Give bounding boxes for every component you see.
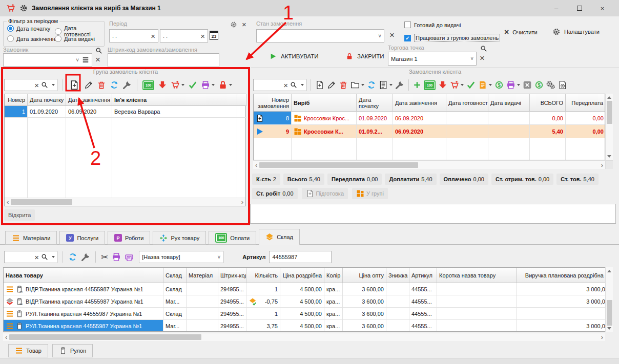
- payment-button[interactable]: [494, 80, 504, 90]
- column-header-material[interactable]: Матеріал: [187, 268, 218, 283]
- vscrollbar-thumb[interactable]: [607, 300, 612, 326]
- cell-article[interactable]: 44555...: [409, 295, 437, 308]
- tab-payments[interactable]: 100Оплати: [209, 231, 256, 245]
- column-header-article[interactable]: Артикул: [409, 268, 437, 283]
- cell-short-name[interactable]: [437, 308, 517, 320]
- cell-prepay[interactable]: 0,00: [566, 112, 605, 125]
- cell-retail-price[interactable]: 4 500,00: [280, 295, 324, 308]
- refresh-group-orders-button[interactable]: [110, 80, 119, 90]
- column-header-product-name[interactable]: Назва товару: [4, 268, 163, 283]
- folder-button[interactable]: [350, 80, 364, 90]
- vscrollbar-thumb[interactable]: [607, 101, 612, 124]
- column-header-date-issue[interactable]: Дата видачі: [488, 94, 530, 112]
- cell-wholesale-price[interactable]: 3 600,00: [343, 308, 386, 320]
- customer-combo[interactable]: ˅: [3, 53, 92, 67]
- cell-quantity[interactable]: 1: [246, 308, 280, 320]
- order-state-clear-icon[interactable]: ×: [389, 31, 395, 39]
- shop-search-icon[interactable]: [480, 45, 487, 52]
- add-item-button[interactable]: [413, 81, 421, 89]
- orders-tools-button[interactable]: [395, 80, 404, 90]
- maximize-button[interactable]: [568, 5, 591, 12]
- close-order-button[interactable]: ЗАКРИТИ: [346, 53, 384, 60]
- group-orders-checkbox[interactable]: ✓Працювати з групою замовлень: [404, 34, 500, 42]
- column-header-order-number[interactable]: Номер замовлення: [254, 94, 292, 112]
- calendar-icon[interactable]: 23: [210, 31, 218, 40]
- cell-date-issue[interactable]: [488, 112, 530, 125]
- cancel-box-button[interactable]: [523, 80, 532, 90]
- scroll-left-icon[interactable]: ‹: [5, 199, 11, 205]
- refund-button[interactable]: [534, 80, 544, 90]
- cell-product-name[interactable]: РУЛ.Тканина красная 44555987 Украина №1: [4, 320, 163, 332]
- stock-row[interactable]: ВІДР.Тканина красная 44555987 Украина №1…: [4, 283, 605, 295]
- cell-number[interactable]: 1: [5, 106, 28, 118]
- subtab-goods[interactable]: Товар: [8, 344, 48, 357]
- cell-material[interactable]: [187, 283, 218, 295]
- hscrollbar-thumb[interactable]: [11, 199, 72, 205]
- order-state-combo[interactable]: ˅: [256, 29, 384, 42]
- customer-list-icon[interactable]: [82, 56, 89, 63]
- column-header-stock[interactable]: Склад: [163, 268, 187, 283]
- column-header-color[interactable]: Колір: [324, 268, 343, 283]
- cell-revenue[interactable]: 3 000,00: [517, 283, 605, 295]
- stock-hscrollbar[interactable]: ‹ ›: [3, 333, 605, 341]
- customer-search-icon[interactable]: [95, 47, 102, 54]
- scroll-right-icon[interactable]: ›: [599, 162, 605, 168]
- tab-goods-movement[interactable]: Рух товару: [153, 231, 206, 245]
- minimize-button[interactable]: –: [545, 5, 568, 12]
- lock-group-orders-button[interactable]: [218, 80, 232, 90]
- radio-date-end[interactable]: Дата закінчення: [7, 35, 58, 42]
- tab-stock[interactable]: Склад: [259, 229, 300, 245]
- print-group-orders-button[interactable]: [201, 80, 215, 90]
- scroll-down-icon[interactable]: [607, 327, 611, 330]
- document-list-button[interactable]: [379, 80, 393, 90]
- cell-material[interactable]: [187, 308, 218, 320]
- column-header-quantity[interactable]: Кількість: [246, 268, 280, 283]
- cell-color[interactable]: кра...: [324, 283, 343, 295]
- cell-wholesale-price[interactable]: 3 600,00: [343, 295, 386, 308]
- cell-quantity[interactable]: 3,75: [246, 320, 280, 332]
- cell-retail-price[interactable]: 4 500,00: [280, 308, 324, 320]
- cell-date-end[interactable]: 06.09.2020: [393, 112, 446, 125]
- column-header-date-start[interactable]: Дата початку: [357, 94, 393, 112]
- scroll-right-icon[interactable]: ›: [599, 334, 605, 340]
- group-orders-tools-button[interactable]: [122, 80, 132, 90]
- add-group-order-button[interactable]: [68, 80, 80, 90]
- order-settings-button[interactable]: [546, 80, 555, 90]
- tab-materials[interactable]: Матеріали: [5, 231, 57, 245]
- customer-clear-icon[interactable]: ×: [95, 55, 100, 64]
- client-orders-search-input[interactable]: ×: [253, 79, 306, 91]
- cell-stock[interactable]: Маг...: [163, 295, 187, 308]
- cell-date-issue[interactable]: [488, 125, 530, 138]
- cell-order-number[interactable]: 8: [254, 112, 292, 125]
- stock-row[interactable]: ВІДР.Тканина красная 44555987 Украина №1…: [4, 295, 605, 308]
- unload-button[interactable]: [438, 80, 447, 90]
- search-clear-icon[interactable]: ×: [34, 81, 39, 89]
- column-header-date-end[interactable]: Дата закінчення: [66, 94, 112, 106]
- cell-article[interactable]: 44555...: [409, 283, 437, 295]
- search-clear-icon[interactable]: ×: [283, 81, 288, 89]
- scroll-up-icon[interactable]: [607, 270, 611, 272]
- column-header-barcode[interactable]: Штрих-код: [218, 268, 246, 283]
- hscrollbar-thumb[interactable]: [9, 334, 201, 340]
- column-header-retail-price[interactable]: Ціна роздрібна: [280, 268, 324, 283]
- cell-product-name[interactable]: РУЛ.Тканина красная 44555987 Украина №1: [4, 308, 163, 320]
- cell-short-name[interactable]: [437, 295, 517, 308]
- barcode-button[interactable]: 100: [424, 80, 436, 90]
- cell-discount[interactable]: [386, 283, 409, 295]
- cell-wholesale-price[interactable]: 3 600,00: [343, 283, 386, 295]
- order-row-current[interactable]: 9 Кроссовки К... 01.09.2... 06.09.2020 5…: [254, 125, 605, 138]
- cell-stock[interactable]: Склад: [163, 308, 187, 320]
- cell-date-start[interactable]: 01.09.2020: [357, 112, 393, 125]
- column-header-date-ready[interactable]: Дата готовності: [446, 94, 488, 112]
- subtab-roll[interactable]: Рулон: [52, 344, 93, 357]
- group-orders-hscrollbar[interactable]: ‹ ›: [5, 198, 245, 206]
- edit-order-button[interactable]: [327, 80, 336, 90]
- column-header-product[interactable]: Виріб: [292, 94, 357, 112]
- confirm-order-button[interactable]: [466, 80, 476, 90]
- cell-date-ready[interactable]: [446, 112, 488, 125]
- scroll-up-icon[interactable]: [607, 96, 611, 99]
- search-options-chevron-icon[interactable]: [301, 84, 304, 86]
- cell-barcode[interactable]: 294955...: [218, 295, 246, 308]
- cell-total[interactable]: 5,40: [530, 125, 566, 138]
- cell-prepay[interactable]: 0,00: [566, 125, 605, 138]
